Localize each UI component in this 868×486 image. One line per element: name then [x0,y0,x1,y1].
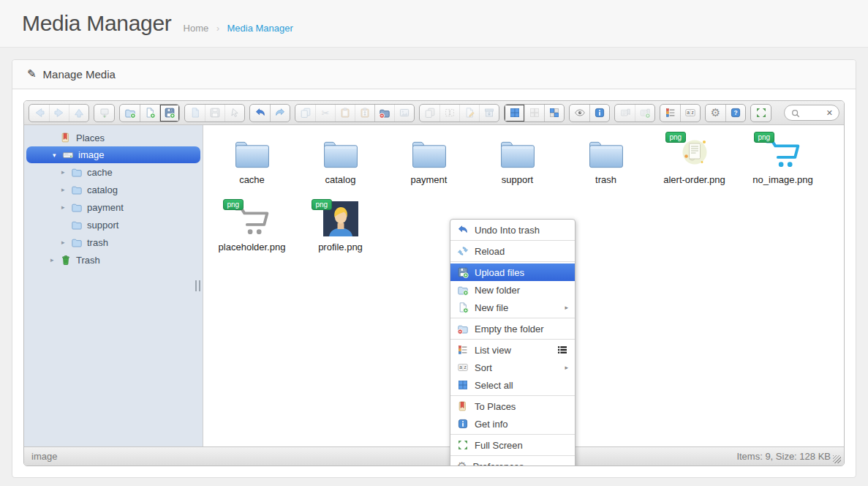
expand-arrow-icon[interactable]: ▸ [61,239,71,246]
toolbar-group [569,104,610,122]
menu-item-reload[interactable]: Reload [450,242,575,260]
file-name: payment [411,174,448,185]
menu-item-new-folder[interactable]: New folder [450,281,575,299]
folder-large-icon [322,138,359,169]
new-file-icon [144,107,156,119]
sidebar-resize-handle[interactable] [195,280,200,291]
panel-heading-label: Manage Media [43,68,116,81]
file-item-profile.png[interactable]: pngprofile.png [296,198,385,266]
svg-text:a: a [459,364,462,370]
trash-can-icon [60,254,72,266]
menu-item-select-all[interactable]: Select all [450,376,575,394]
new-file-icon [457,302,469,313]
network-drive-button [94,105,114,122]
toolbar: ✂az⚙? ✕ [24,101,844,125]
expand-arrow-icon[interactable]: ▾ [53,152,62,159]
tree-item-image[interactable]: ▾image [26,146,200,163]
breadcrumb-home-link[interactable]: Home [184,23,209,34]
new-file-button[interactable] [140,105,159,122]
menu-separator [450,261,575,262]
tree-item-trash[interactable]: ▸trash [24,233,203,251]
get-info-button[interactable] [589,105,609,122]
undo-button[interactable] [250,105,270,122]
arrow-right-icon [53,107,65,119]
workzone: Places▾image▸cache▸catalog▸paymentsuppor… [24,125,844,446]
resize-grip-icon[interactable] [833,455,841,463]
upload-button[interactable] [159,105,179,122]
menu-item-list-view[interactable]: List view [450,341,575,359]
folder-item-trash[interactable]: trash [562,131,650,198]
menu-item-sort[interactable]: azSort▸ [450,359,575,376]
menu-item-to-places[interactable]: To Places [450,397,575,415]
menu-item-label: New folder [475,285,568,296]
search-box[interactable]: ✕ [784,105,839,121]
up-button [69,105,88,122]
list-view-icon [665,107,676,119]
folder-item-cache[interactable]: cache [208,131,296,198]
topbar: Media Manager Home › Media Manager [0,0,868,48]
tree-item-label: cache [87,167,113,178]
toolbar-group [419,104,499,122]
menu-item-new-file[interactable]: New file▸ [450,299,575,316]
fullscreen-button[interactable] [751,105,771,122]
toggle-hidden-button[interactable] [570,105,589,122]
filetype-badge: png [312,199,333,210]
file-item-placeholder.png[interactable]: pngplaceholder.png [208,198,296,266]
toolbar-group [249,104,290,122]
list-view-button[interactable] [660,105,680,122]
paste-icon [339,107,351,119]
file-thumbnail [409,131,450,169]
folder-large-icon [411,138,448,169]
menu-item-label: Empty the folder [475,324,568,334]
expand-arrow-icon[interactable]: ▸ [61,168,71,176]
file-item-alert-order.png[interactable]: pngalert-order.png [650,131,739,198]
invert-selection-button[interactable] [544,105,564,122]
sort-button[interactable]: az [680,105,700,122]
status-bar: image Items: 9, Size: 128 KB [24,446,844,466]
tree-item-cache[interactable]: ▸cache [24,163,203,181]
menu-item-preferences[interactable]: ⚙Preferences [450,457,575,466]
folder-item-payment[interactable]: payment [385,131,473,198]
breadcrumb-separator: › [216,23,219,34]
tree-item-catalog[interactable]: ▸catalog [24,181,203,198]
delete-button[interactable] [374,105,394,122]
edit-icon [464,107,475,119]
expand-arrow-icon[interactable]: ▸ [50,256,60,263]
cursor-icon [229,107,241,119]
panel-body: ✂az⚙? ✕ Places▾image▸cache▸catalog▸payme… [12,89,856,477]
folder-item-catalog[interactable]: catalog [296,131,385,198]
eye-icon [574,107,586,119]
new-folder-icon [124,107,136,119]
tree-item-support[interactable]: support [24,216,203,233]
tree-item-label: payment [87,202,124,213]
new-folder-button[interactable] [120,105,140,122]
menu-item-label: Reload [475,246,568,257]
preferences-button[interactable]: ⚙ [706,105,725,122]
sort-icon: az [684,107,696,119]
menu-item-empty-the-folder[interactable]: Empty the folder [450,320,575,337]
view-compact-button [524,105,544,122]
tree-item-places[interactable]: Places [24,129,203,146]
places-add-icon [639,107,651,119]
menu-item-get-info[interactable]: Get info [450,415,575,433]
expand-arrow-icon[interactable]: ▸ [61,186,71,193]
menu-item-undo-into-trash[interactable]: Undo Into trash [450,221,575,239]
file-item-no_image.png[interactable]: pngno_image.png [739,131,827,198]
tree-item-payment[interactable]: ▸payment [24,198,203,216]
tree-item-trash[interactable]: ▸Trash [24,251,203,269]
help-button[interactable]: ? [725,105,745,122]
submenu-arrow-icon: ▸ [565,304,568,311]
menu-item-upload-files[interactable]: Upload files [450,263,575,281]
menu-item-label: Undo Into trash [475,225,568,236]
menu-item-label: List view [475,345,551,356]
view-icons-button[interactable] [505,105,524,122]
expand-arrow-icon[interactable]: ▸ [61,203,71,211]
menu-item-full-screen[interactable]: Full Screen [450,436,575,454]
menu-item-label: Preferences [472,461,568,467]
svg-text:z: z [692,110,694,115]
close-icon[interactable]: ✕ [826,109,833,117]
folder-small-icon [71,219,83,231]
breadcrumb-current-link[interactable]: Media Manager [227,23,293,34]
folder-item-support[interactable]: support [473,131,562,198]
redo-button[interactable] [270,105,290,122]
